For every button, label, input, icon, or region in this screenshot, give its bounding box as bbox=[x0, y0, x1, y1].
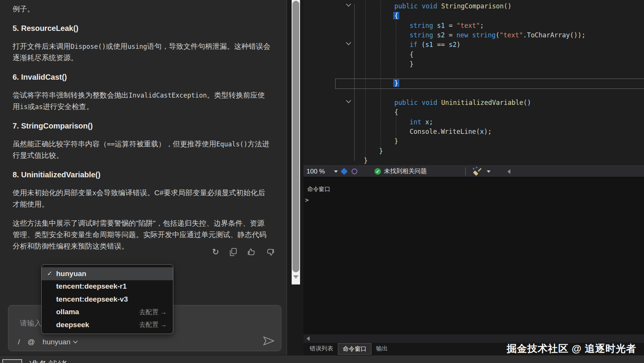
inline-code: == bbox=[107, 140, 115, 148]
regenerate-icon[interactable]: ↻ bbox=[212, 248, 219, 256]
code-token: s2 bbox=[449, 41, 456, 48]
code-token: { bbox=[393, 12, 399, 19]
model-menu-item[interactable]: tencent:deepseek-v3 bbox=[42, 293, 173, 306]
code-token: "text" bbox=[457, 22, 480, 29]
code-token: x bbox=[425, 118, 429, 126]
indent-guide bbox=[396, 116, 396, 136]
text-run: 或 bbox=[27, 103, 35, 111]
scroll-left-arrow-icon[interactable] bbox=[307, 336, 310, 341]
code-token: Console.WriteLine( bbox=[410, 128, 480, 135]
code-token: } bbox=[393, 79, 399, 87]
code-token: ; bbox=[480, 22, 484, 29]
code-line: string s1 = "text"; bbox=[410, 21, 484, 31]
code-token: new bbox=[457, 31, 472, 39]
slash-command-icon[interactable]: / bbox=[18, 338, 20, 346]
thumbs-up-icon[interactable] bbox=[247, 248, 256, 256]
chat-panel: 例子。 5. ResourceLeak()打开文件后未调用Dispose()或使… bbox=[0, 0, 287, 355]
code-token: s1 bbox=[425, 41, 437, 48]
code-token: } bbox=[379, 147, 383, 155]
text-run: 虽然能正确比较字符串内容（ bbox=[13, 140, 107, 148]
code-line: public void UninitializedVariable() bbox=[394, 98, 531, 108]
tab-命令窗口[interactable]: 命令窗口 bbox=[338, 343, 371, 355]
analysis-status-text: 未找到相关问题 bbox=[384, 166, 427, 177]
chat-message: 例子。 5. ResourceLeak()打开文件后未调用Dispose()或使… bbox=[13, 0, 271, 252]
source-control-icon[interactable] bbox=[342, 166, 347, 177]
code-cleanup-broom-icon[interactable]: ++ bbox=[473, 166, 481, 177]
input-toolbar: / @ hunyuan bbox=[18, 338, 78, 346]
code-token: "text" bbox=[499, 31, 523, 39]
configure-link[interactable]: 去配置 → bbox=[139, 320, 167, 329]
code-line: } bbox=[394, 79, 398, 88]
code-token: } bbox=[410, 60, 413, 68]
model-menu-item[interactable]: tencent:deepseek-r1 bbox=[42, 280, 173, 293]
check-icon: ✓ bbox=[47, 270, 56, 278]
tab-错误列表[interactable]: 错误列表 bbox=[305, 343, 338, 355]
command-window[interactable]: 命令窗口 > bbox=[303, 177, 644, 334]
model-name: tencent:deepseek-v3 bbox=[56, 295, 128, 304]
model-selector[interactable]: hunyuan bbox=[43, 338, 78, 346]
at-mention-icon[interactable]: @ bbox=[27, 338, 35, 346]
code-token: ); bbox=[484, 128, 491, 135]
inline-code: Dispose() bbox=[71, 43, 106, 50]
code-token: s1 bbox=[437, 22, 449, 29]
chat-paragraph: 打开文件后未调用Dispose()或使用using语句，导致文件句柄泄漏。这种错… bbox=[13, 41, 271, 64]
section-heading: 6. InvalidCast() bbox=[13, 72, 271, 82]
code-token: UninitializedVariable bbox=[441, 99, 523, 106]
model-menu-item[interactable]: deepseek去配置 → bbox=[42, 318, 173, 331]
code-line: { bbox=[410, 50, 413, 59]
code-token: x bbox=[480, 128, 484, 135]
fold-collapse-icon[interactable] bbox=[344, 40, 353, 47]
inline-code: using bbox=[128, 43, 147, 50]
model-menu-item[interactable]: ollama去配置 → bbox=[42, 306, 173, 319]
code-line: int x; bbox=[410, 117, 433, 127]
chat-paragraph: 虽然能正确比较字符串内容（==运算符被重载），但更推荐使用Equals()方法进… bbox=[13, 138, 271, 161]
scroll-down-arrow-icon[interactable] bbox=[293, 275, 299, 279]
intellicode-icon[interactable] bbox=[352, 166, 357, 177]
code-line: { bbox=[394, 108, 398, 117]
command-prompt: > bbox=[305, 196, 309, 204]
message-actions: ↻ bbox=[0, 247, 274, 257]
code-token: public void bbox=[394, 2, 441, 10]
command-window-title: 命令窗口 bbox=[307, 186, 330, 193]
chat-scrollbar[interactable] bbox=[292, 0, 300, 284]
model-name: deepseek bbox=[56, 321, 89, 329]
cleanup-dropdown-arrow-icon[interactable] bbox=[487, 166, 491, 177]
tab-输出[interactable]: 输出 bbox=[371, 343, 392, 355]
chat-sections: 5. ResourceLeak()打开文件后未调用Dispose()或使用usi… bbox=[13, 23, 271, 210]
code-token: if bbox=[410, 41, 421, 48]
code-token: ; bbox=[429, 118, 433, 126]
fold-collapse-icon[interactable] bbox=[344, 2, 353, 8]
taskbar-button[interactable] bbox=[2, 359, 22, 363]
code-token: StringComparison bbox=[441, 2, 504, 10]
indent-guide bbox=[381, 0, 381, 149]
section-heading: 7. StringComparison() bbox=[13, 121, 271, 131]
code-line: } bbox=[394, 137, 398, 146]
panel-gap bbox=[287, 0, 303, 363]
model-selector-label: hunyuan bbox=[43, 338, 71, 346]
code-token: .ToCharArray()); bbox=[523, 31, 586, 39]
collapse-left-arrow-icon[interactable] bbox=[507, 166, 510, 177]
code-line: string s2 = new string("text".ToCharArra… bbox=[410, 31, 586, 40]
chat-paragraph: 尝试将字符串强制转换为整数会抛出InvalidCastException。类型转… bbox=[13, 90, 271, 112]
chat-scrollbar-thumb[interactable] bbox=[292, 1, 299, 272]
chat-paragraph: 使用未初始化的局部变量x会导致编译错误。C#要求局部变量必须显式初始化后才能使用… bbox=[13, 187, 271, 210]
chat-paragraph: 例子。 bbox=[13, 3, 271, 15]
send-icon[interactable] bbox=[263, 336, 276, 347]
section-heading: 5. ResourceLeak() bbox=[13, 23, 271, 33]
code-line: } bbox=[410, 59, 413, 69]
model-menu-item[interactable]: ✓hunyuan bbox=[42, 267, 173, 280]
fold-collapse-icon[interactable] bbox=[344, 98, 353, 105]
copy-icon[interactable] bbox=[229, 248, 237, 256]
code-token: ( bbox=[496, 31, 499, 39]
code-editor[interactable]: public void StringComparison(){string s1… bbox=[303, 0, 644, 165]
thumbs-down-icon[interactable] bbox=[266, 248, 274, 256]
code-token: int bbox=[410, 118, 425, 126]
configure-link[interactable]: 去配置 → bbox=[139, 308, 167, 316]
no-issues-check-icon: ✓ bbox=[374, 166, 381, 177]
model-name: hunyuan bbox=[56, 270, 86, 278]
zoom-dropdown-arrow-icon[interactable] bbox=[334, 166, 338, 177]
zoom-level-control[interactable]: 100 % bbox=[307, 166, 325, 177]
horizontal-scrollbar[interactable] bbox=[303, 334, 644, 343]
ready-status-text: 准备就绪 bbox=[29, 358, 67, 363]
status-divider bbox=[465, 167, 466, 175]
